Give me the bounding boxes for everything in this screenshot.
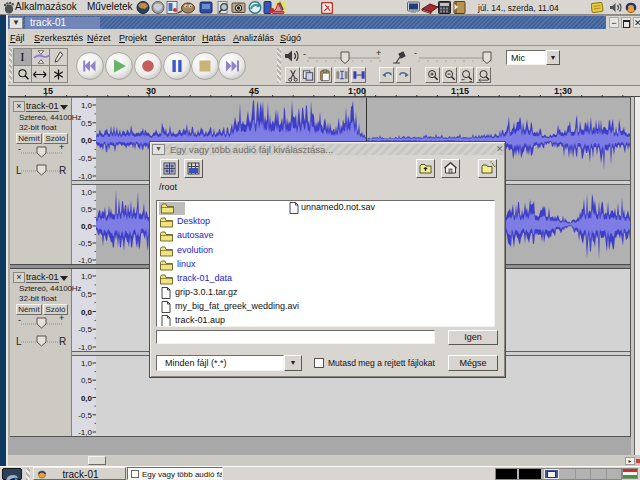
svg-text:-1,0: -1,0 bbox=[78, 428, 92, 437]
svg-text:1,0: 1,0 bbox=[81, 359, 93, 368]
svg-text:R: R bbox=[59, 165, 66, 176]
svg-text:0,5: 0,5 bbox=[81, 376, 93, 385]
svg-text:-0,5: -0,5 bbox=[78, 411, 92, 420]
svg-text:0,5: 0,5 bbox=[81, 205, 93, 214]
svg-text:0,5: 0,5 bbox=[81, 119, 93, 128]
svg-text:0,0: 0,0 bbox=[81, 136, 93, 145]
svg-text:-0,5: -0,5 bbox=[78, 325, 92, 334]
svg-text:-: - bbox=[18, 144, 21, 154]
svg-text:-0,5: -0,5 bbox=[78, 239, 92, 248]
svg-text:-: - bbox=[303, 49, 306, 59]
svg-text:0,0: 0,0 bbox=[81, 222, 93, 231]
svg-text:0,0: 0,0 bbox=[81, 394, 93, 403]
svg-text:0,0: 0,0 bbox=[81, 308, 93, 317]
svg-text:-0,5: -0,5 bbox=[78, 154, 92, 163]
svg-text:-1,0: -1,0 bbox=[78, 343, 92, 352]
svg-text:-: - bbox=[414, 48, 417, 58]
svg-text:-1,0: -1,0 bbox=[78, 256, 92, 265]
svg-text:1,0: 1,0 bbox=[81, 188, 93, 197]
svg-text:+: + bbox=[59, 142, 64, 152]
svg-text:-1,0: -1,0 bbox=[78, 172, 92, 181]
svg-text:0,5: 0,5 bbox=[81, 290, 93, 299]
svg-text:-: - bbox=[18, 315, 21, 325]
svg-text:1,0: 1,0 bbox=[81, 101, 93, 110]
svg-text:+: + bbox=[376, 48, 381, 58]
svg-text:1,0: 1,0 bbox=[81, 272, 93, 281]
svg-text:+: + bbox=[59, 313, 64, 323]
svg-text:R: R bbox=[59, 336, 66, 347]
